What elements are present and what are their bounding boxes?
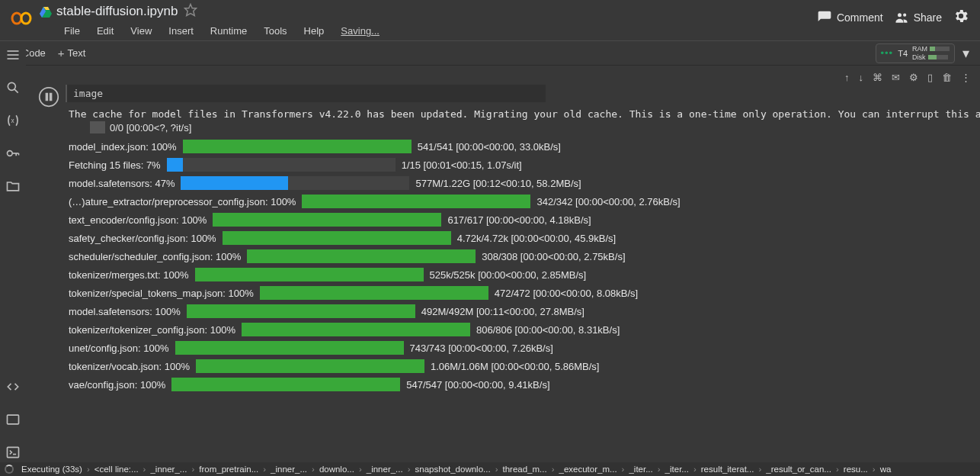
progress-bar (181, 176, 409, 190)
toolbar-overflow-icon[interactable]: ▾ (958, 45, 974, 62)
progress-stats: 4.72k/4.72k [00:00<00:00, 45.9kB/s] (457, 233, 617, 244)
link-icon[interactable]: ⌘ (873, 72, 882, 83)
comment-cell-icon[interactable]: ✉ (892, 72, 900, 83)
svg-point-0 (12, 13, 21, 24)
stack-frame[interactable]: _inner_... (363, 465, 406, 474)
add-text-label: Text (68, 47, 86, 59)
comment-label: Comment (837, 11, 883, 24)
stack-frame[interactable]: _executor_m... (556, 465, 620, 474)
progress-bar (195, 268, 424, 281)
chevron-right-icon: › (692, 465, 698, 474)
stack-frame[interactable]: wa (877, 465, 895, 474)
files-icon[interactable] (5, 178, 21, 196)
progress-label: (…)ature_extractor/preprocessor_config.j… (69, 196, 296, 207)
menu-view[interactable]: View (123, 22, 159, 40)
svg-rect-22 (46, 93, 49, 101)
progress-bar (196, 359, 424, 373)
command-palette-icon[interactable] (5, 412, 21, 429)
progress-stats: 472/472 [00:00<00:00, 8.08kB/s] (495, 288, 638, 299)
cell-output: The cache for model files in Transformer… (66, 102, 980, 391)
chevron-right-icon: › (871, 465, 877, 474)
stack-frame[interactable]: _inner_... (267, 465, 310, 474)
code-icon[interactable] (5, 379, 21, 397)
progress-bar (260, 286, 488, 300)
progress-bar (183, 140, 412, 153)
progress-stats: 806/806 [00:00<00:00, 8.31kB/s] (476, 324, 620, 336)
progress-row: (…)ature_extractor/preprocessor_config.j… (69, 195, 980, 208)
menu-runtime[interactable]: Runtime (203, 22, 255, 40)
settings-icon[interactable] (953, 8, 969, 27)
code-cell-input[interactable]: image (66, 85, 546, 102)
menu-file[interactable]: File (56, 22, 88, 40)
toc-icon[interactable] (5, 47, 21, 65)
svg-marker-5 (185, 5, 197, 16)
spinner-icon (5, 465, 14, 474)
progress-row: tokenizer/special_tokens_map.json: 100%4… (69, 286, 980, 300)
comment-button[interactable]: Comment (817, 10, 883, 25)
menu-edit[interactable]: Edit (89, 22, 121, 40)
cache-message: The cache for model files in Transformer… (69, 108, 980, 120)
progress-row: tokenizer/tokenizer_config.json: 100%806… (69, 323, 980, 336)
move-up-icon[interactable]: ↑ (844, 72, 850, 83)
delete-cell-icon[interactable]: 🗑 (942, 72, 952, 83)
stack-frame[interactable]: _iter... (626, 465, 655, 474)
svg-point-21 (40, 88, 59, 107)
progress-label: tokenizer/special_tokens_map.json: 100% (69, 288, 254, 299)
share-button[interactable]: Share (894, 10, 942, 25)
progress-row: model.safetensors: 100%492M/492M [00:11<… (69, 304, 980, 318)
runtime-status[interactable]: ••• T4 RAM Disk (876, 43, 956, 63)
progress-row: vae/config.json: 100%547/547 [00:00<00:0… (69, 378, 980, 391)
chevron-right-icon: › (357, 465, 363, 474)
chevron-right-icon: › (494, 465, 500, 474)
progress-label: model.safetensors: 100% (69, 306, 181, 317)
search-icon[interactable] (5, 80, 21, 98)
terminal-icon[interactable] (5, 445, 21, 462)
secrets-icon[interactable] (5, 146, 21, 163)
stack-frame[interactable]: <cell line:... (91, 465, 142, 474)
svg-point-6 (898, 13, 902, 17)
stack-frame[interactable]: downlo... (316, 465, 357, 474)
svg-point-7 (903, 13, 906, 16)
progress-bar (242, 323, 470, 336)
star-icon[interactable] (184, 3, 197, 19)
progress-bar (167, 158, 396, 172)
cell-settings-icon[interactable]: ⚙ (909, 72, 918, 83)
stack-frame[interactable]: result_iterat... (698, 465, 757, 474)
progress-stats: 743/743 [00:00<00:00, 7.26kB/s] (410, 343, 553, 354)
move-down-icon[interactable]: ↓ (859, 72, 864, 83)
stack-frame[interactable]: from_pretrain... (196, 465, 261, 474)
stack-frame[interactable]: _result_or_can... (763, 465, 834, 474)
progress-label: safety_checker/config.json: 100% (69, 233, 216, 244)
share-label: Share (914, 11, 942, 24)
svg-point-11 (8, 82, 15, 90)
progress-stats: 525k/525k [00:00<00:00, 2.85MB/s] (430, 269, 587, 281)
progress-row: unet/config.json: 100%743/743 [00:00<00:… (69, 341, 980, 355)
progress-label: vae/config.json: 100% (69, 379, 165, 391)
cell-more-icon[interactable]: ⋮ (961, 72, 971, 83)
variables-icon[interactable]: x (5, 113, 21, 130)
menu-insert[interactable]: Insert (161, 22, 201, 40)
progress-label: unet/config.json: 100% (69, 343, 169, 354)
runtime-type: T4 (898, 49, 908, 58)
progress-bar (223, 231, 451, 245)
progress-stats: 577M/1.22G [00:12<00:10, 58.2MB/s] (415, 178, 581, 189)
stack-frame[interactable]: thread_m... (500, 465, 550, 474)
stack-frame[interactable]: snapshot_downlo... (412, 465, 494, 474)
menubar: File Edit View Insert Runtime Tools Help… (56, 22, 387, 40)
add-text-button[interactable]: +Text (52, 45, 92, 61)
doc-title[interactable]: stable-diffusion.ipynb (56, 4, 178, 19)
stack-frame[interactable]: _iter... (662, 465, 692, 474)
mirror-cell-icon[interactable]: ▯ (927, 72, 933, 83)
run-cell-button[interactable] (38, 85, 59, 109)
progress-stats: 547/547 [00:00<00:00, 9.41kB/s] (406, 379, 549, 391)
progress-label: model_index.json: 100% (69, 141, 177, 153)
svg-rect-18 (8, 415, 19, 424)
menu-help[interactable]: Help (296, 22, 332, 40)
menu-tools[interactable]: Tools (256, 22, 294, 40)
progress-label: Fetching 15 files: 7% (69, 159, 161, 171)
svg-rect-23 (50, 93, 53, 101)
colab-logo[interactable] (9, 6, 34, 31)
resource-meters: RAM Disk (912, 46, 950, 61)
stack-frame[interactable]: _inner_... (147, 465, 190, 474)
stack-frame[interactable]: resu... (841, 465, 871, 474)
